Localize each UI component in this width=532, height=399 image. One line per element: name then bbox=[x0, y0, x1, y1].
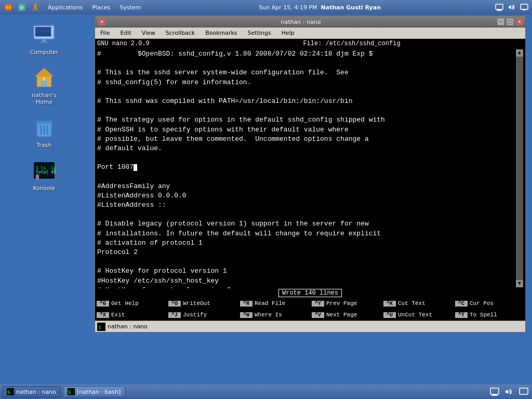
scrollbar-down[interactable]: ▼ bbox=[516, 280, 523, 287]
konsole-icon[interactable]: $ ls -la total 48 Konsole bbox=[23, 156, 65, 194]
svg-rect-40 bbox=[490, 388, 499, 394]
taskbar: $ nathan : nano $ [nathan : bash] bbox=[0, 384, 532, 399]
scrollbar-track[interactable] bbox=[516, 57, 523, 280]
taskbar-bash[interactable]: $ [nathan : bash] bbox=[63, 386, 125, 397]
svg-rect-43 bbox=[520, 388, 528, 394]
firefox-icon bbox=[3, 2, 14, 12]
nano-filename: File: /etc/ssh/sshd_config bbox=[180, 40, 523, 47]
monitor-icon bbox=[495, 3, 504, 12]
nano-minimize-button[interactable]: ─ bbox=[497, 18, 504, 25]
nano-menu-scrollback[interactable]: Scrollback bbox=[161, 29, 200, 37]
home-icon[interactable]: nathan's Home bbox=[23, 63, 65, 108]
nano-menu-edit[interactable]: Edit bbox=[115, 29, 136, 37]
svg-text:⚙: ⚙ bbox=[20, 5, 24, 10]
nano-scrollbar[interactable]: ▲ ▼ bbox=[516, 49, 523, 287]
nano-titlebar-title: nathan : nano bbox=[105, 19, 496, 25]
svg-rect-21 bbox=[41, 81, 47, 87]
nano-status-text: Wrote 140 lines bbox=[278, 289, 342, 297]
shortcut-writeout: ^OWriteOut bbox=[167, 298, 238, 309]
top-panel: ⚙ Applications Places System Sun Apr 15,… bbox=[0, 0, 532, 15]
shortcut-get-help: ^GGet Help bbox=[95, 298, 167, 309]
display-icon bbox=[520, 3, 529, 12]
top-panel-right bbox=[495, 3, 529, 12]
nano-text[interactable]: # $OpenBSD: sshd_config,v 1.80 2008/07/0… bbox=[97, 49, 516, 287]
taskbar-nano[interactable]: $ nathan : nano bbox=[2, 386, 61, 397]
svg-rect-17 bbox=[42, 39, 46, 42]
svg-rect-5 bbox=[496, 4, 503, 9]
app-icon: ⚙ bbox=[17, 2, 27, 12]
nano-version: GNU nano 2.0.9 bbox=[97, 40, 180, 47]
svg-text:total 48: total 48 bbox=[36, 170, 56, 175]
nano-topstatus: GNU nano 2.0.9 File: /etc/ssh/sshd_confi… bbox=[95, 39, 525, 48]
nano-close-button[interactable]: ✕ bbox=[98, 18, 105, 25]
nano-menu-settings[interactable]: Settings bbox=[243, 29, 276, 37]
trash-label: Trash bbox=[36, 142, 51, 149]
nano-menu-file[interactable]: File bbox=[95, 29, 115, 37]
taskbar-bash-label: [nathan : bash] bbox=[77, 389, 121, 395]
nano-content[interactable]: # $OpenBSD: sshd_config,v 1.80 2008/07/0… bbox=[95, 48, 525, 288]
svg-rect-8 bbox=[521, 4, 528, 9]
computer-icon-img bbox=[32, 22, 57, 47]
nano-close-button2[interactable]: ✕ bbox=[516, 18, 523, 25]
svg-text:$: $ bbox=[68, 390, 71, 395]
svg-rect-33 bbox=[36, 175, 39, 180]
nano-bottombar: $ nathan : nano bbox=[95, 321, 525, 332]
nano-bottombar-icon: $ bbox=[97, 323, 105, 331]
shortcut-where-is: ^WWhere Is bbox=[238, 309, 310, 321]
nano-maximize-button[interactable]: □ bbox=[507, 18, 514, 25]
nano-menubar: File Edit View Scrollback Bookmarks Sett… bbox=[95, 28, 525, 39]
shortcut-next-page: ^VNext Page bbox=[310, 309, 382, 321]
nano-shortcuts: ^GGet Help^OWriteOut^RRead File^YPrev Pa… bbox=[95, 298, 525, 321]
nano-window: ✕ nathan : nano ─ □ ✕ File Edit View Scr… bbox=[95, 16, 526, 332]
places-menu[interactable]: Places bbox=[88, 3, 114, 12]
nano-menu-view[interactable]: View bbox=[137, 29, 161, 37]
computer-icon[interactable]: Computer bbox=[23, 20, 65, 58]
top-panel-left: ⚙ Applications Places System bbox=[3, 2, 145, 12]
shortcut-uncut-text: ^UUnCut Text bbox=[382, 309, 454, 321]
shortcut-read-file: ^RRead File bbox=[238, 298, 310, 309]
shortcut-cut-text: ^KCut Text bbox=[382, 298, 454, 309]
svg-rect-9 bbox=[523, 9, 526, 10]
konsole-label: Konsole bbox=[33, 185, 56, 192]
nano-titlebar-left: ✕ bbox=[97, 18, 105, 25]
taskbar-bash-icon: $ bbox=[68, 388, 75, 395]
volume-icon bbox=[507, 3, 516, 12]
svg-rect-18 bbox=[40, 42, 48, 43]
nano-titlebar: ✕ nathan : nano ─ □ ✕ bbox=[95, 16, 525, 28]
trash-icon[interactable]: Trash bbox=[23, 113, 65, 151]
svg-rect-28 bbox=[42, 119, 46, 122]
taskbar-volume-icon[interactable] bbox=[503, 386, 515, 397]
top-panel-datetime: Sun Apr 15, 4:19 PM Nathan Gusti Ryan bbox=[259, 4, 381, 11]
desktop: Computer nathan's Home bbox=[0, 15, 88, 384]
home-label: nathan's Home bbox=[25, 92, 63, 105]
shortcut-exit: ^XExit bbox=[95, 309, 167, 321]
nano-menu-bookmarks[interactable]: Bookmarks bbox=[200, 29, 242, 37]
nano-bottombar-title: nathan : nano bbox=[108, 323, 148, 330]
system-menu[interactable]: System bbox=[115, 3, 145, 12]
svg-rect-22 bbox=[43, 77, 45, 81]
taskbar-nano-label: nathan : nano bbox=[16, 389, 56, 395]
svg-text:$: $ bbox=[7, 390, 10, 395]
svg-marker-20 bbox=[35, 68, 54, 76]
computer-label: Computer bbox=[30, 49, 59, 56]
shortcut-justify: ^JJustify bbox=[167, 309, 238, 321]
nano-titlebar-buttons: ─ □ ✕ bbox=[496, 18, 523, 25]
shortcut-prev-page: ^YPrev Page bbox=[310, 298, 382, 309]
trash-icon-img bbox=[32, 115, 57, 140]
nano-statusmsg: Wrote 140 lines bbox=[95, 288, 525, 298]
taskbar-nano-icon: $ bbox=[7, 388, 14, 395]
applications-menu[interactable]: Applications bbox=[44, 3, 87, 12]
taskbar-screen-icon[interactable] bbox=[488, 386, 501, 397]
runner-icon bbox=[30, 2, 41, 12]
home-icon-img bbox=[32, 65, 57, 90]
shortcut-to-spell: ^TTo Spell bbox=[454, 309, 525, 321]
taskbar-screen2-icon[interactable] bbox=[517, 386, 530, 397]
konsole-icon-img: $ ls -la total 48 bbox=[32, 158, 57, 183]
svg-text:$: $ bbox=[98, 325, 101, 330]
shortcut-cur-pos: ^CCur Pos bbox=[454, 298, 525, 309]
nano-menu-help[interactable]: Help bbox=[276, 29, 300, 37]
scrollbar-up[interactable]: ▲ bbox=[516, 49, 523, 57]
